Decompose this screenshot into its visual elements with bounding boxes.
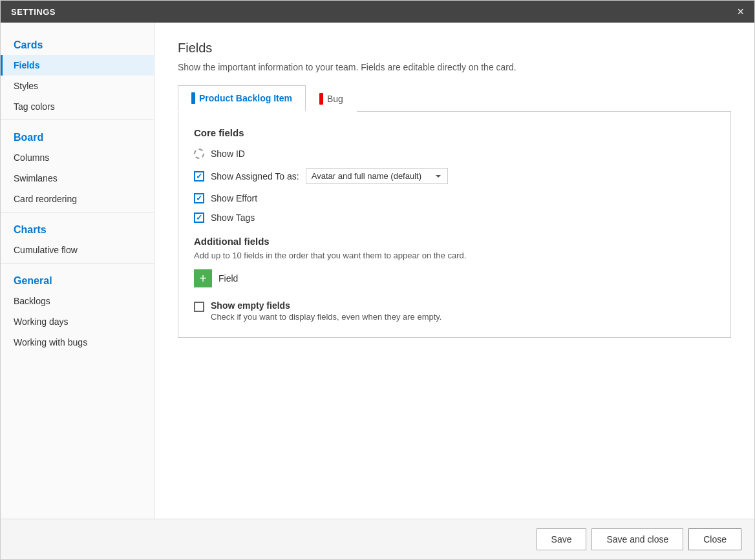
dialog-title: SETTINGS [11, 7, 56, 17]
add-field-row: + Field [194, 269, 715, 287]
page-title: Fields [178, 41, 731, 56]
sidebar-item-tag-colors[interactable]: Tag colors [1, 96, 154, 117]
core-fields-title: Core fields [194, 127, 715, 138]
show-empty-row: Show empty fields Check if you want to d… [194, 300, 715, 322]
show-assigned-to-row: Show Assigned To as: Avatar and full nam… [194, 168, 715, 184]
settings-dialog: SETTINGS × Cards Fields Styles Tag color… [0, 0, 755, 560]
assigned-to-dropdown[interactable]: Avatar and full name (default) Avatar on… [306, 168, 448, 184]
tab-bar: Product Backlog Item Bug [178, 85, 731, 112]
tab-bug[interactable]: Bug [306, 85, 357, 112]
sidebar-item-styles[interactable]: Styles [1, 76, 154, 96]
dialog-header: SETTINGS × [1, 1, 754, 23]
dialog-footer: Save Save and close Close [1, 519, 754, 559]
show-empty-checkbox[interactable] [194, 302, 204, 312]
show-effort-label: Show Effort [211, 193, 257, 203]
sidebar-item-working-with-bugs[interactable]: Working with bugs [1, 332, 154, 353]
show-id-label: Show ID [211, 149, 245, 159]
show-empty-desc: Check if you want to display fields, eve… [211, 312, 441, 322]
tab-product-backlog-item[interactable]: Product Backlog Item [178, 85, 306, 112]
save-and-close-button[interactable]: Save and close [591, 528, 683, 550]
sidebar-section-charts: Charts [1, 215, 154, 240]
tab-product-backlog-item-label: Product Backlog Item [199, 93, 292, 103]
show-assigned-to-checkbox[interactable] [194, 171, 204, 181]
tab-indicator-blue [191, 92, 195, 104]
show-id-row: Show ID [194, 149, 715, 159]
add-field-label: Field [218, 273, 238, 284]
save-button[interactable]: Save [537, 528, 587, 550]
dialog-close-button[interactable]: × [737, 6, 744, 17]
sidebar-section-cards: Cards [1, 30, 154, 55]
sidebar-item-card-reordering[interactable]: Card reordering [1, 189, 154, 209]
sidebar-item-columns[interactable]: Columns [1, 147, 154, 168]
additional-fields-description: Add up to 10 fields in the order that yo… [194, 251, 715, 260]
show-id-checkbox[interactable] [194, 149, 204, 159]
sidebar: Cards Fields Styles Tag colors Board Col… [1, 23, 154, 519]
show-empty-label: Show empty fields [211, 300, 441, 311]
tab-bug-label: Bug [327, 94, 343, 104]
sidebar-item-fields[interactable]: Fields [1, 55, 154, 76]
sidebar-item-backlogs[interactable]: Backlogs [1, 291, 154, 311]
main-content: Fields Show the important information to… [154, 23, 754, 519]
show-assigned-to-label: Show Assigned To as: [211, 171, 299, 181]
dialog-body: Cards Fields Styles Tag colors Board Col… [1, 23, 754, 519]
sidebar-section-general: General [1, 266, 154, 291]
show-effort-row: Show Effort [194, 193, 715, 203]
show-empty-section: Show empty fields Check if you want to d… [194, 300, 715, 322]
fields-panel: Core fields Show ID Show Assigned To as:… [178, 112, 731, 338]
add-field-button[interactable]: + [194, 269, 212, 287]
show-effort-checkbox[interactable] [194, 193, 204, 203]
show-tags-label: Show Tags [211, 213, 255, 223]
sidebar-item-cumulative-flow[interactable]: Cumulative flow [1, 240, 154, 260]
page-subtitle: Show the important information to your t… [178, 62, 731, 72]
close-button[interactable]: Close [688, 528, 741, 550]
show-empty-text: Show empty fields Check if you want to d… [211, 300, 441, 322]
show-tags-row: Show Tags [194, 213, 715, 223]
show-tags-checkbox[interactable] [194, 213, 204, 223]
additional-fields-title: Additional fields [194, 236, 715, 247]
tab-indicator-red [319, 93, 323, 105]
sidebar-item-working-days[interactable]: Working days [1, 311, 154, 332]
sidebar-section-board: Board [1, 123, 154, 147]
sidebar-item-swimlanes[interactable]: Swimlanes [1, 168, 154, 189]
